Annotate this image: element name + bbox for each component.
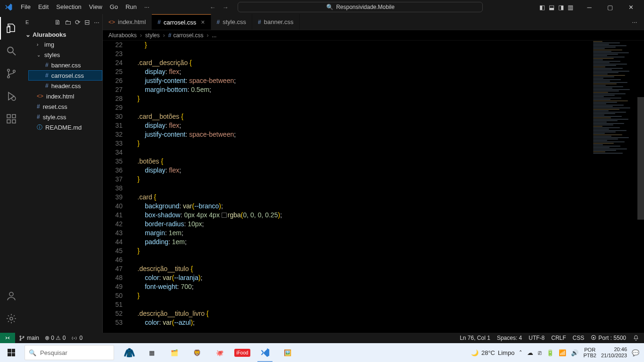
minimap[interactable] — [590, 41, 637, 333]
extensions-tab[interactable] — [0, 107, 23, 130]
new-folder-icon[interactable]: 🗀 — [65, 18, 71, 26]
tab-overflow-button[interactable]: ··· — [625, 14, 644, 30]
code-editor[interactable]: 2223242526272829303132333435363738394041… — [103, 41, 644, 333]
tree-item-label: styles — [44, 51, 60, 58]
css-file-icon: # — [45, 72, 49, 79]
encoding-status[interactable]: UTF-8 — [528, 335, 545, 341]
refresh-icon[interactable]: ⟳ — [75, 18, 81, 26]
tray-language[interactable]: POR PTB2 — [583, 347, 596, 358]
svg-point-11 — [10, 317, 13, 320]
explorer-header: E 🗎 🗀 ⟳ ⊟ ··· — [23, 14, 102, 30]
search-tab[interactable] — [0, 40, 23, 62]
cursor-position[interactable]: Ln 76, Col 1 — [460, 335, 490, 341]
more-icon[interactable]: ··· — [94, 18, 99, 26]
language-mode[interactable]: CSS — [573, 335, 585, 341]
taskbar-app-explorer[interactable]: 🗂️ — [163, 343, 186, 362]
breadcrumb-segment[interactable]: ... — [212, 32, 216, 39]
live-server-status[interactable]: ⦿ Port : 5500 — [591, 335, 626, 341]
tab-close-icon[interactable]: × — [199, 18, 205, 26]
ports-status[interactable]: 0 — [71, 335, 83, 341]
tray-onedrive-icon[interactable]: ☁ — [527, 349, 533, 356]
accounts-button[interactable] — [0, 285, 23, 307]
menu-view[interactable]: View — [85, 0, 106, 14]
window-minimize-button[interactable]: ─ — [579, 0, 600, 14]
activity-bar — [0, 14, 23, 333]
tree-item-README-md[interactable]: ⓘREADME.md — [28, 122, 102, 132]
tree-item-reset-css[interactable]: #reset.css — [28, 101, 102, 112]
taskbar-app-vscode[interactable] — [254, 343, 276, 362]
scroll-thumb-overview[interactable] — [637, 97, 644, 220]
window-maximize-button[interactable]: ▢ — [600, 0, 620, 14]
remote-indicator[interactable] — [0, 333, 15, 343]
tree-item-banner-css[interactable]: #banner.css — [28, 60, 102, 70]
tree-item-carrosel-css[interactable]: #carrosel.css — [28, 70, 102, 81]
tree-item-index-html[interactable]: <>index.html — [28, 91, 102, 101]
explorer-tab[interactable] — [0, 17, 23, 40]
css-file-icon: # — [45, 82, 49, 89]
tree-item-styles[interactable]: ⌄styles — [28, 49, 102, 60]
menu-moremoremore[interactable]: ··· — [140, 0, 153, 14]
collapse-icon[interactable]: ⊟ — [84, 18, 90, 26]
git-branch-icon — [6, 68, 17, 79]
taskbar-app-brave[interactable]: 🦁 — [186, 343, 208, 362]
tray-wifi-icon[interactable]: 📶 — [559, 349, 566, 356]
customize-layout-icon[interactable]: ▥ — [568, 4, 573, 11]
breadcrumb-segment[interactable]: styles — [145, 32, 160, 39]
taskbar-app-taskview[interactable]: ▦ — [140, 343, 163, 362]
eol-status[interactable]: CRLF — [551, 335, 566, 341]
git-branch-status[interactable]: main — [19, 335, 39, 341]
search-icon — [6, 45, 17, 57]
settings-button[interactable] — [0, 307, 23, 330]
new-file-icon[interactable]: 🗎 — [54, 18, 61, 26]
command-center-search[interactable]: 🔍 Responsividade.Mobile — [238, 2, 483, 12]
taskbar-app-photos[interactable]: 🖼️ — [276, 343, 299, 362]
toggle-panel-bottom-icon[interactable]: ⬓ — [549, 4, 554, 11]
run-debug-tab[interactable] — [0, 85, 23, 107]
taskbar-app-github[interactable]: 🐙 — [208, 343, 231, 362]
tree-item-style-css[interactable]: #style.css — [28, 112, 102, 122]
code-content[interactable]: } .card__descrição { display: flex; just… — [130, 41, 644, 333]
notifications-button[interactable] — [633, 335, 639, 341]
tab-carrosel-css[interactable]: #carrosel.css× — [152, 14, 211, 30]
tab-style-css[interactable]: #style.css — [211, 14, 253, 30]
source-control-tab[interactable] — [0, 62, 23, 85]
tray-clock[interactable]: 20:46 21/10/2023 — [601, 346, 627, 359]
tree-item-label: banner.css — [51, 62, 81, 69]
tray-notifications-icon[interactable]: 💬 — [632, 349, 639, 356]
nav-back-icon[interactable]: ← — [209, 4, 215, 11]
chevron-icon: › — [37, 42, 41, 47]
tab-index-html[interactable]: <>index.html — [103, 14, 152, 30]
menu-edit[interactable]: Edit — [34, 0, 52, 14]
tray-meet-icon[interactable]: ⎚ — [538, 349, 542, 356]
taskbar-app-ifood[interactable]: iFood — [231, 343, 254, 362]
weather-widget[interactable]: 🌙 28°C Limpo — [471, 349, 514, 356]
taskbar-search[interactable]: 🔍 Pesquisar — [25, 345, 114, 360]
root-folder[interactable]: ⌄ Alurabooks — [23, 30, 102, 39]
line-number-gutter: 2223242526272829303132333435363738394041… — [103, 41, 130, 333]
menu-go[interactable]: Go — [106, 0, 122, 14]
breadcrumbs[interactable]: Alurabooks›styles›#carrosel.css›... — [103, 30, 644, 41]
tray-battery-icon[interactable]: 🔋 — [546, 349, 554, 356]
tree-item-header-css[interactable]: #header.css — [28, 81, 102, 91]
tree-item-img[interactable]: ›img — [28, 39, 102, 49]
breadcrumb-segment[interactable]: #carrosel.css — [168, 32, 204, 39]
taskbar-app-jackets[interactable]: 🧥 — [118, 343, 140, 362]
tray-chevron-icon[interactable]: ˄ — [519, 349, 522, 356]
menu-selection[interactable]: Selection — [52, 0, 85, 14]
toggle-panel-right-icon[interactable]: ◨ — [558, 4, 564, 11]
windows-taskbar: 🔍 Pesquisar 🧥 ▦ 🗂️ 🦁 🐙 iFood 🖼️ 🌙 28°C L… — [0, 343, 644, 362]
menu-file[interactable]: File — [17, 0, 34, 14]
problems-status[interactable]: ⊗ 0 ⚠ 0 — [45, 335, 66, 341]
tray-volume-icon[interactable]: 🔊 — [571, 349, 578, 356]
breadcrumb-segment[interactable]: Alurabooks — [108, 32, 137, 39]
start-button[interactable] — [0, 343, 23, 362]
nav-forward-icon[interactable]: → — [222, 4, 228, 11]
window-close-button[interactable]: ✕ — [620, 0, 641, 14]
menu-run[interactable]: Run — [122, 0, 140, 14]
vertical-scrollbar[interactable] — [637, 41, 644, 333]
svg-point-2 — [8, 69, 10, 72]
svg-point-15 — [74, 337, 75, 338]
tab-banner-css[interactable]: #banner.css — [252, 14, 300, 30]
indentation-status[interactable]: Spaces: 4 — [497, 335, 522, 341]
toggle-panel-left-icon[interactable]: ◧ — [539, 4, 545, 11]
